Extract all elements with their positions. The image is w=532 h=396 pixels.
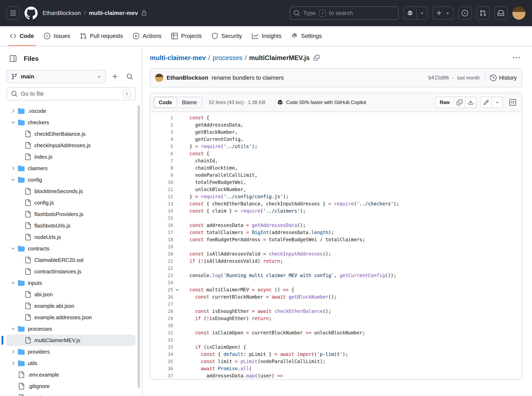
line-number[interactable]: 7 — [150, 157, 173, 164]
line-number[interactable]: 34 — [150, 351, 173, 358]
line-number[interactable]: 18 — [150, 236, 173, 243]
commit-author-avatar[interactable] — [155, 74, 163, 82]
line-number[interactable]: 22 — [150, 265, 173, 272]
line-number[interactable]: 21 — [150, 258, 173, 265]
line-number[interactable]: 35 — [150, 358, 173, 365]
more-options-button[interactable] — [511, 52, 522, 64]
line-number[interactable]: 32 — [150, 336, 173, 344]
global-nav-menu-button[interactable] — [6, 6, 20, 20]
tab-actions[interactable]: Actions — [128, 26, 166, 46]
header-repo-link[interactable]: multi-claimer-mev — [89, 10, 138, 16]
line-number[interactable]: 16 — [150, 222, 173, 229]
line-number[interactable]: 38 — [150, 379, 173, 380]
tree-item-claimableerc20-sol[interactable]: ClaimableERC20.sol — [6, 254, 136, 266]
line-number[interactable]: 15 — [150, 215, 173, 222]
line-number[interactable]: 12 — [150, 193, 173, 200]
copy-raw-button[interactable] — [454, 97, 465, 108]
commit-sha-link[interactable]: b415d06 — [428, 75, 449, 81]
tab-issues[interactable]: Issues — [39, 26, 75, 46]
copilot-button[interactable] — [404, 7, 416, 19]
sidebar-scrollbar[interactable] — [137, 105, 140, 388]
tree-item--gitignore[interactable]: .gitignore — [6, 380, 136, 392]
tab-settings[interactable]: Settings — [286, 26, 326, 46]
pull-requests-button[interactable] — [476, 6, 489, 20]
download-button[interactable] — [465, 97, 476, 108]
line-number[interactable]: 25 — [150, 286, 173, 293]
user-avatar[interactable] — [512, 6, 526, 20]
create-new-caret[interactable] — [445, 7, 453, 19]
tab-security[interactable]: Security — [207, 26, 247, 46]
commit-message[interactable]: rename bundlers to claimers — [212, 75, 284, 81]
add-file-button[interactable] — [109, 71, 121, 82]
tree-item-claimers[interactable]: claimers — [6, 163, 136, 174]
line-number[interactable]: 31 — [150, 329, 173, 336]
tree-item-processes[interactable]: processes — [6, 323, 136, 335]
tab-pull-requests[interactable]: Pull requests — [75, 26, 128, 46]
line-number[interactable]: 36 — [150, 365, 173, 372]
edit-menu-caret[interactable] — [492, 97, 503, 108]
line-number[interactable]: 2 — [150, 122, 173, 128]
line-number[interactable]: 29 — [150, 315, 173, 322]
tab-code[interactable]: Code — [5, 26, 39, 46]
tab-projects[interactable]: Projects — [166, 26, 207, 46]
tree-item-flashbotsurls-js[interactable]: flashbotsUrls.js — [6, 220, 136, 231]
line-number[interactable]: 23 — [150, 272, 173, 279]
line-number[interactable]: 3 — [150, 128, 173, 136]
header-user-link[interactable]: EthanBlockson — [43, 10, 81, 16]
tree-item--env-example[interactable]: .env.example — [6, 369, 136, 380]
tree-item-checkinputaddresses-js[interactable]: checkInputAddresses.js — [6, 140, 136, 151]
tree-item-utils[interactable]: utils — [6, 357, 136, 369]
line-number[interactable]: 4 — [150, 136, 173, 143]
line-number[interactable]: 17 — [150, 229, 173, 236]
history-button[interactable]: History — [490, 75, 517, 81]
breadcrumb-dir-link[interactable]: processes — [213, 54, 242, 62]
raw-button[interactable]: Raw — [435, 97, 454, 108]
tree-item-nodeurls-js[interactable]: nodeUrls.js — [6, 231, 136, 243]
tree-item--vscode[interactable]: .vscode — [6, 105, 136, 117]
code-view-button[interactable]: Code — [154, 97, 177, 108]
tree-item-example-addresses-json[interactable]: example.addresses.json — [6, 312, 136, 323]
tree-item-flashbotsproviders-js[interactable]: flashbotsProviders.js — [6, 209, 136, 220]
edit-file-button[interactable] — [481, 97, 492, 108]
line-number[interactable]: 5 — [150, 143, 173, 150]
blame-view-button[interactable]: Blame — [177, 97, 202, 108]
tree-item-config[interactable]: config — [6, 174, 136, 186]
line-number[interactable]: 1 — [150, 114, 173, 122]
line-number[interactable]: 24 — [150, 279, 173, 286]
commit-author-link[interactable]: EthanBlockson — [166, 75, 208, 81]
tree-item-example-abi-json[interactable]: example.abi.json — [6, 300, 136, 312]
tree-item-blocktimeseconds-js[interactable]: blocktimeSeconds.js — [6, 186, 136, 197]
tree-item-checkers[interactable]: checkers — [6, 117, 136, 128]
line-number[interactable]: 26 — [150, 293, 173, 301]
tree-item-config-js[interactable]: config.js — [6, 197, 136, 209]
tree-item-index-js[interactable]: index.js — [6, 151, 136, 163]
line-number[interactable]: 11 — [150, 186, 173, 193]
line-number[interactable]: 9 — [150, 172, 173, 179]
collapse-sidebar-button[interactable] — [6, 52, 20, 65]
line-number[interactable]: 10 — [150, 179, 173, 186]
line-number[interactable]: 19 — [150, 243, 173, 250]
tree-item-abi-json[interactable]: abi.json — [6, 289, 136, 300]
line-number[interactable]: 27 — [150, 301, 173, 308]
line-number[interactable]: 13 — [150, 200, 173, 207]
tree-item-multiclaimermev-js[interactable]: multiClaimerMEV.js — [6, 335, 136, 346]
breadcrumb-repo-link[interactable]: multi-claimer-mev — [150, 54, 206, 62]
line-number[interactable]: 30 — [150, 322, 173, 329]
tree-item-contracts[interactable]: contracts — [6, 243, 136, 254]
issues-button[interactable] — [458, 6, 471, 20]
line-number[interactable]: 28 — [150, 308, 173, 315]
tree-item--prettierrc[interactable]: .prettierrc — [6, 392, 136, 396]
search-this-repo-button[interactable] — [124, 71, 136, 82]
fold-chevron-icon[interactable] — [173, 287, 181, 292]
tree-item-providers[interactable]: providers — [6, 346, 136, 357]
line-number[interactable]: 33 — [150, 344, 173, 351]
github-logo[interactable] — [25, 6, 38, 20]
line-number[interactable]: 6 — [150, 150, 173, 157]
copilot-menu-caret[interactable] — [417, 7, 427, 19]
tree-item-inputs[interactable]: inputs — [6, 277, 136, 289]
line-number[interactable]: 14 — [150, 207, 173, 215]
copilot-banner[interactable]: Code 55% faster with GitHub Copilot — [277, 99, 366, 106]
copy-path-button[interactable] — [314, 55, 319, 61]
tree-item-checketherbalance-js[interactable]: checkEtherBalance.js — [6, 128, 136, 140]
tree-item-contractinstances-js[interactable]: contractInstances.js — [6, 266, 136, 277]
